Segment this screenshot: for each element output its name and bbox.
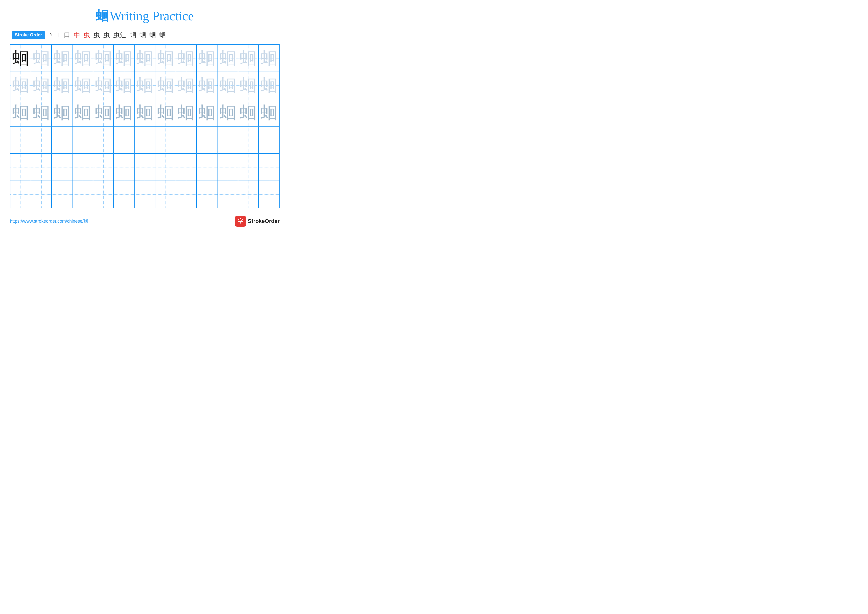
footer-logo-text: StrokeOrder [248,218,280,224]
grid-cell-r4-c12[interactable] [238,126,259,154]
grid-cell-r2-c2: 蛔 [31,72,52,99]
grid-cell-r4-c8[interactable] [155,126,176,154]
grid-cell-r5-c9[interactable] [176,154,197,181]
grid-cell-r2-c7: 蛔 [134,72,155,99]
grid-cell-r6-c13[interactable] [259,181,279,208]
grid-cell-r5-c7[interactable] [134,154,155,181]
stroke-step-1: 丶 [48,31,54,39]
grid-cell-r1-c12: 蛔 [238,45,259,72]
grid-cell-r4-c10[interactable] [197,126,217,154]
grid-cell-r2-c12: 蛔 [238,72,259,99]
grid-cell-r2-c3: 蛔 [51,72,72,99]
title-text: Writing Practice [110,9,194,23]
grid-cell-r2-c11: 蛔 [217,72,238,99]
grid-cell-r4-c13[interactable] [259,126,279,154]
grid-cell-r2-c6: 蛔 [113,72,134,99]
grid-cell-r6-c2[interactable] [31,181,52,208]
grid-cell-r3-c5: 蛔 [93,99,114,126]
grid-cell-r3-c3: 蛔 [51,99,72,126]
grid-cell-r5-c12[interactable] [238,154,259,181]
grid-cell-r4-c7[interactable] [134,126,155,154]
grid-cell-r3-c9: 蛔 [176,99,197,126]
stroke-step-8: 虫⻍ [113,31,126,39]
grid-cell-r6-c7[interactable] [134,181,155,208]
grid-cell-r4-c11[interactable] [217,126,238,154]
grid-cell-r5-c5[interactable] [93,154,114,181]
stroke-step-9: 蛔 [130,31,136,39]
grid-cell-r2-c10: 蛔 [197,72,217,99]
stroke-step-4: 中 [74,31,80,39]
footer: https://www.strokeorder.com/chinese/蛔 字 … [10,216,280,227]
stroke-step-5: 虫 [84,31,90,39]
stroke-steps: 丶 𠃌 口 中 虫 虫 虫 虫⻍ 蛔 蛔 蛔 蛔 [48,31,166,39]
grid-cell-r1-c7: 蛔 [134,45,155,72]
grid-cell-r2-c8: 蛔 [155,72,176,99]
grid-cell-r4-c2[interactable] [31,126,52,154]
grid-cell-r6-c12[interactable] [238,181,259,208]
grid-cell-r1-c10: 蛔 [197,45,217,72]
grid-cell-r5-c6[interactable] [113,154,134,181]
grid-cell-r3-c1: 蛔 [10,99,31,126]
grid-cell-r3-c11: 蛔 [217,99,238,126]
grid-cell-r5-c11[interactable] [217,154,238,181]
grid-cell-r6-c3[interactable] [51,181,72,208]
stroke-step-3: 口 [64,31,70,39]
grid-cell-r6-c5[interactable] [93,181,114,208]
grid-cell-r3-c13: 蛔 [259,99,279,126]
stroke-step-2: 𠃌 [58,31,60,39]
grid-cell-r5-c10[interactable] [197,154,217,181]
grid-cell-r1-c4: 蛔 [72,45,93,72]
stroke-step-12: 蛔 [160,31,166,39]
grid-cell-r5-c13[interactable] [259,154,279,181]
grid-cell-r3-c7: 蛔 [134,99,155,126]
grid-cell-r6-c11[interactable] [217,181,238,208]
grid-cell-r4-c5[interactable] [93,126,114,154]
grid-cell-r4-c9[interactable] [176,126,197,154]
stroke-step-10: 蛔 [140,31,146,39]
grid-cell-r6-c9[interactable] [176,181,197,208]
title-character: 蛔 [96,9,108,23]
grid-cell-r3-c2: 蛔 [31,99,52,126]
char-dark: 蛔 [12,50,29,67]
grid-cell-r3-c8: 蛔 [155,99,176,126]
grid-cell-r5-c1[interactable] [10,154,31,181]
stroke-step-11: 蛔 [149,31,156,39]
grid-cell-r1-c11: 蛔 [217,45,238,72]
grid-cell-r6-c1[interactable] [10,181,31,208]
grid-cell-r5-c2[interactable] [31,154,52,181]
stroke-order-row: Stroke Order 丶 𠃌 口 中 虫 虫 虫 虫⻍ 蛔 蛔 蛔 蛔 [10,31,280,39]
grid-cell-r2-c5: 蛔 [93,72,114,99]
grid-cell-r4-c3[interactable] [51,126,72,154]
grid-cell-r2-c4: 蛔 [72,72,93,99]
grid-cell-r4-c6[interactable] [113,126,134,154]
grid-cell-r2-c9: 蛔 [176,72,197,99]
grid-cell-r6-c6[interactable] [113,181,134,208]
grid-cell-r5-c4[interactable] [72,154,93,181]
grid-cell-r1-c3: 蛔 [51,45,72,72]
grid-cell-r1-c6: 蛔 [113,45,134,72]
grid-cell-r5-c8[interactable] [155,154,176,181]
grid-cell-r1-c8: 蛔 [155,45,176,72]
grid-cell-r5-c3[interactable] [51,154,72,181]
stroke-order-badge: Stroke Order [12,31,45,39]
grid-cell-r3-c6: 蛔 [113,99,134,126]
grid-cell-r4-c1[interactable] [10,126,31,154]
grid-cell-r3-c4: 蛔 [72,99,93,126]
grid-cell-r1-c1: 蛔 [10,45,31,72]
grid-cell-r1-c5: 蛔 [93,45,114,72]
practice-grid: 蛔 蛔 蛔 蛔 蛔 蛔 蛔 蛔 蛔 蛔 蛔 蛔 蛔 蛔 蛔 蛔 蛔 蛔 蛔 蛔 … [10,44,280,208]
strokeorder-logo-icon: 字 [235,216,246,227]
page-title-area: 蛔 Writing Practice [10,8,280,25]
footer-link[interactable]: https://www.strokeorder.com/chinese/蛔 [10,218,88,224]
grid-cell-r4-c4[interactable] [72,126,93,154]
grid-cell-r2-c1: 蛔 [10,72,31,99]
footer-logo: 字 StrokeOrder [235,216,280,227]
stroke-step-6: 虫 [93,31,100,39]
grid-cell-r6-c10[interactable] [197,181,217,208]
grid-cell-r6-c4[interactable] [72,181,93,208]
grid-cell-r6-c8[interactable] [155,181,176,208]
grid-cell-r2-c13: 蛔 [259,72,279,99]
grid-cell-r1-c2: 蛔 [31,45,52,72]
grid-cell-r3-c12: 蛔 [238,99,259,126]
grid-cell-r1-c13: 蛔 [259,45,279,72]
